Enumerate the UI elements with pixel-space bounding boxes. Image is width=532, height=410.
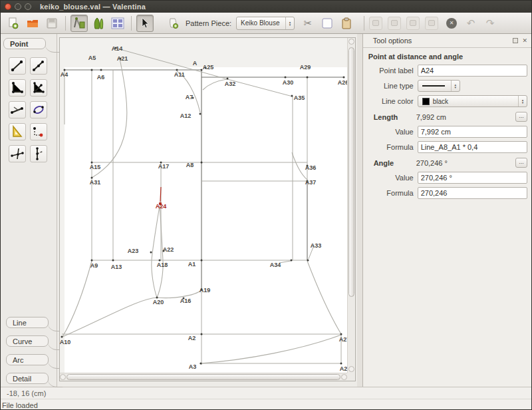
scroll-right-button[interactable] [341, 374, 347, 380]
tool-point-along-line[interactable] [30, 57, 47, 75]
tab-detail[interactable]: Detail [6, 373, 49, 384]
angle-formula-label: Formula [368, 189, 418, 197]
tab-point[interactable]: Point [3, 38, 46, 49]
pattern-point-label[interactable]: A36 [305, 164, 317, 171]
tool-point-curve-intersect[interactable] [30, 101, 47, 118]
pattern-point-label[interactable]: A29 [300, 64, 311, 71]
line-color-select[interactable]: black ▴▾ [418, 95, 527, 107]
canvas-vscrollbar[interactable] [347, 38, 355, 373]
variables-table-button[interactable] [319, 15, 336, 32]
pattern-point-label[interactable]: A34 [270, 262, 281, 268]
dock-title: Tool options [373, 37, 412, 45]
history-button[interactable] [338, 15, 355, 32]
pattern-point-label[interactable]: A6 [97, 74, 105, 81]
tool-point-perpendicular[interactable] [9, 79, 26, 97]
drawing-canvas[interactable]: AA1A2A3A4A5A6A7A8A9A10A11A12A13A14A15A16… [59, 37, 356, 381]
panel-splitter[interactable] [357, 34, 362, 387]
toolbar-separator [131, 16, 132, 31]
tool-point-line-intersect[interactable] [9, 145, 26, 162]
scroll-left-button[interactable] [60, 374, 66, 380]
pattern-point-label[interactable]: A14 [112, 45, 123, 52]
save-button[interactable] [43, 15, 61, 32]
close-panel-icon[interactable]: ✕ [522, 38, 527, 44]
tab-curve[interactable]: Curve [6, 335, 49, 347]
pattern-point-label[interactable]: A30 [283, 79, 294, 86]
pattern-piece-select[interactable]: Keiko Blouse ▴▾ [236, 17, 295, 30]
pattern-point-label[interactable]: A2 [188, 335, 196, 341]
canvas-hscrollbar[interactable] [60, 373, 347, 381]
details-mode-button[interactable] [90, 15, 107, 32]
scroll-down-button[interactable] [348, 366, 354, 372]
vscroll-thumb[interactable] [348, 47, 354, 297]
pattern-point-label[interactable]: A25 [203, 64, 214, 71]
line-type-select[interactable]: ▴▾ [418, 80, 460, 92]
redo-icon: ↷ [486, 17, 495, 29]
pattern-point-label[interactable]: A1 [188, 261, 196, 268]
close-window-button[interactable] [5, 3, 11, 10]
pattern-point-label[interactable]: A35 [294, 95, 305, 101]
tool-point-segment[interactable] [9, 57, 26, 75]
length-formula-input[interactable] [418, 141, 527, 153]
pattern-point-label[interactable]: A13 [111, 264, 122, 270]
quit-button[interactable]: ✕ [443, 15, 460, 32]
tool-triangle[interactable] [9, 123, 26, 140]
pattern-point-label[interactable]: A5 [88, 55, 96, 61]
pattern-point-label[interactable]: A20 [153, 299, 164, 306]
pattern-point-label[interactable]: A31 [90, 179, 101, 186]
hscroll-thumb[interactable] [66, 374, 340, 380]
undo-button: ↶ [462, 15, 479, 32]
point-label-input[interactable] [418, 65, 527, 77]
pattern-point-label[interactable]: A32 [225, 81, 236, 87]
length-formula-label: Formula [368, 143, 418, 151]
pattern-point-label[interactable]: A16 [180, 298, 192, 304]
pattern-point-label[interactable]: A3 [189, 363, 197, 370]
open-folder-icon [26, 17, 39, 29]
layout-mode-button[interactable] [109, 15, 126, 32]
tool-point-shoulder[interactable] [9, 101, 26, 118]
minimize-window-button[interactable] [15, 3, 21, 10]
pattern-point-label[interactable]: A12 [180, 112, 192, 119]
tool-perpendicular-point[interactable] [30, 145, 47, 162]
pattern-point-label[interactable]: A [193, 60, 198, 67]
arrow-tool-button[interactable] [136, 15, 154, 32]
pattern-point-label[interactable]: A33 [311, 242, 322, 249]
pattern-point-label[interactable]: A19 [200, 287, 211, 294]
draw-mode-button[interactable] [70, 15, 88, 32]
pattern-point-label[interactable]: A17 [158, 163, 170, 170]
angle-formula-input[interactable] [418, 187, 527, 199]
tab-arc[interactable]: Arc [6, 354, 49, 365]
pattern-point-label[interactable]: A21 [117, 55, 128, 62]
dock-header[interactable]: Tool options ✕ [363, 34, 531, 48]
main-toolbar: Pattern Piece: Keiko Blouse ▴▾ ✂ ✕ ↶ ↷ [1, 13, 531, 34]
pattern-point-label[interactable]: A9 [90, 262, 98, 269]
pattern-point-label[interactable]: A23 [128, 248, 139, 254]
draw-mode-icon [72, 17, 86, 30]
angle-formula-expand-button[interactable]: ... [515, 158, 527, 168]
pattern-point-label[interactable]: A11 [174, 71, 185, 78]
export-layout-button[interactable]: ✂ [299, 15, 317, 32]
tab-line[interactable]: Line [6, 317, 49, 328]
pattern-point-label[interactable]: A22 [163, 246, 174, 253]
pattern-point-label[interactable]: A10 [60, 339, 71, 345]
angle-value-input[interactable] [418, 172, 527, 184]
pattern-point-label[interactable]: A15 [90, 164, 101, 170]
pattern-point-label[interactable]: A37 [305, 179, 317, 186]
tool-section-title: Point at distance and angle [368, 53, 527, 61]
pattern-point-label[interactable]: A8 [186, 162, 194, 168]
float-panel-icon[interactable] [513, 38, 518, 43]
open-file-button[interactable] [24, 15, 41, 32]
pattern-point-label[interactable]: A4 [61, 71, 68, 78]
length-value-input[interactable] [418, 126, 527, 138]
new-document-button[interactable] [5, 15, 22, 32]
tool-point-x-y[interactable] [30, 123, 47, 140]
tool-point-bisector[interactable] [30, 79, 47, 97]
valentina-window: keiko_blouse.val — Valentina Pattern Pie [0, 0, 532, 410]
scroll-up-button[interactable] [348, 39, 354, 45]
tab-detail-label: Detail [13, 375, 31, 383]
length-formula-expand-button[interactable]: ... [515, 112, 527, 122]
pattern-point-label[interactable]: A18 [157, 262, 168, 268]
pattern-point-label[interactable]: A7 [186, 94, 194, 101]
maximize-window-button[interactable] [25, 3, 31, 10]
pattern-point-label[interactable]: A24 [156, 203, 167, 210]
new-pattern-piece-button[interactable] [165, 15, 182, 32]
